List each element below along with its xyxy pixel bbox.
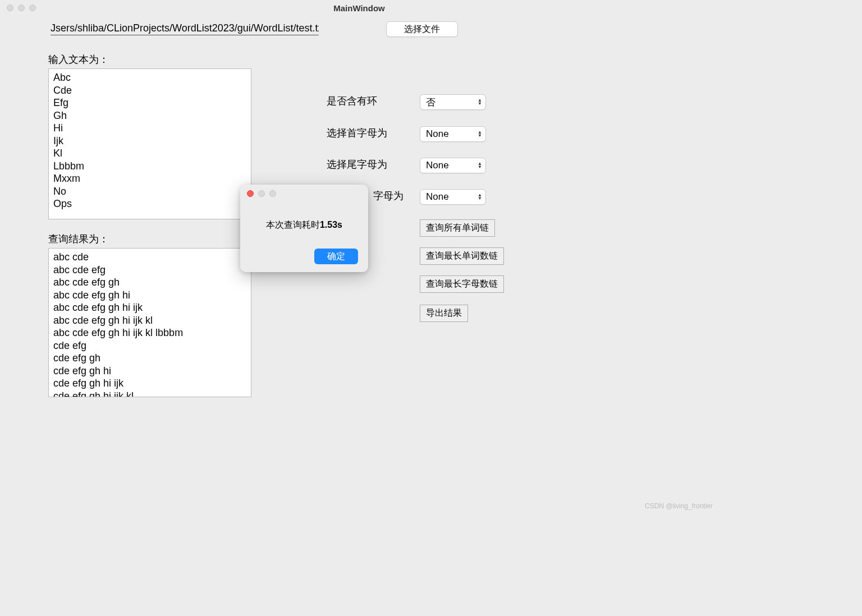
maximize-icon[interactable]: [29, 4, 36, 11]
partial-letter-label: 字母为: [373, 189, 407, 203]
watermark: CSDN @living_frontier: [645, 502, 713, 510]
chevron-updown-icon: ▲▼: [478, 99, 482, 105]
input-textarea[interactable]: Abc Cde Efg Gh Hi Ijk Kl Lbbbm Mxxm No O…: [48, 68, 251, 219]
filepath-row: Jsers/shliba/CLionProjects/WordList2023/…: [51, 22, 319, 35]
option-has-loop: 是否含有环: [327, 94, 394, 108]
first-letter-select[interactable]: None ▲▼: [420, 126, 486, 142]
chevron-updown-icon: ▲▼: [478, 194, 482, 200]
partial-letter-select[interactable]: None ▲▼: [420, 189, 486, 205]
minimize-icon[interactable]: [18, 4, 25, 11]
has-loop-select[interactable]: 否 ▲▼: [420, 94, 486, 110]
modal-dialog: 本次查询耗时1.53s 确定: [240, 185, 368, 272]
has-loop-label: 是否含有环: [327, 94, 394, 108]
filepath-input[interactable]: Jsers/shliba/CLionProjects/WordList2023/…: [51, 22, 319, 35]
option-partial-letter: 字母为: [373, 189, 407, 203]
maximize-icon[interactable]: [269, 190, 276, 197]
last-letter-value: None: [426, 160, 449, 171]
option-last-letter: 选择尾字母为: [327, 158, 394, 171]
window-title: MainWindow: [0, 3, 718, 13]
query-all-button[interactable]: 查询所有单词链: [420, 219, 495, 237]
dialog-elapsed: 1.53s: [320, 220, 342, 229]
dialog-message: 本次查询耗时1.53s: [240, 219, 368, 231]
partial-letter-value: None: [426, 191, 449, 203]
dialog-window-controls: [247, 190, 276, 197]
dialog-message-prefix: 本次查询耗时: [266, 220, 320, 229]
export-result-button[interactable]: 导出结果: [420, 305, 468, 322]
query-longest-letters-button[interactable]: 查询最长字母数链: [420, 275, 504, 293]
close-icon[interactable]: [7, 4, 13, 11]
query-longest-words-button[interactable]: 查询最长单词数链: [420, 247, 504, 265]
choose-file-button[interactable]: 选择文件: [386, 21, 458, 37]
input-text-label: 输入文本为：: [48, 53, 109, 66]
ok-button[interactable]: 确定: [314, 249, 358, 264]
last-letter-select[interactable]: None ▲▼: [420, 158, 486, 173]
titlebar: MainWindow: [0, 0, 718, 16]
close-icon[interactable]: [247, 190, 254, 197]
option-first-letter: 选择首字母为: [327, 126, 394, 140]
window-controls: [7, 4, 36, 11]
chevron-updown-icon: ▲▼: [478, 162, 482, 169]
result-text-label: 查询结果为：: [48, 232, 109, 246]
minimize-icon[interactable]: [258, 190, 265, 197]
first-letter-label: 选择首字母为: [327, 126, 394, 140]
has-loop-value: 否: [426, 96, 435, 109]
chevron-updown-icon: ▲▼: [478, 131, 482, 137]
first-letter-value: None: [426, 128, 449, 140]
last-letter-label: 选择尾字母为: [327, 158, 394, 171]
result-textarea[interactable]: abc cde abc cde efg abc cde efg gh abc c…: [48, 248, 251, 397]
